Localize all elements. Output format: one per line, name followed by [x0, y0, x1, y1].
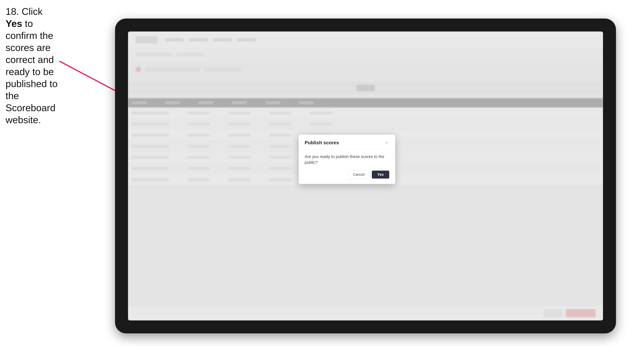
step-number: 18.: [6, 6, 19, 17]
modal-body: Are you ready to publish these scores to…: [299, 150, 395, 171]
modal-message: Are you ready to publish these scores to…: [305, 154, 389, 166]
instruction-bold: Yes: [6, 18, 22, 29]
modal-close-button[interactable]: ×: [384, 140, 389, 145]
modal-header: Publish scores ×: [299, 135, 395, 150]
cancel-button[interactable]: Cancel: [348, 171, 369, 179]
tablet-device: Publish scores × Are you ready to publis…: [115, 18, 616, 334]
modal-footer: Cancel Yes: [299, 171, 395, 184]
instruction-text: 18. Click Yes to confirm the scores are …: [6, 5, 59, 126]
modal-title: Publish scores: [305, 140, 339, 146]
instruction-text-part2: to confirm the scores are correct and re…: [6, 18, 58, 125]
instruction-text-part1: Click: [19, 6, 42, 17]
yes-button[interactable]: Yes: [372, 171, 389, 178]
tablet-screen: Publish scores × Are you ready to publis…: [128, 31, 603, 321]
modal-overlay: Publish scores × Are you ready to publis…: [128, 31, 603, 321]
publish-scores-dialog: Publish scores × Are you ready to publis…: [299, 135, 395, 184]
